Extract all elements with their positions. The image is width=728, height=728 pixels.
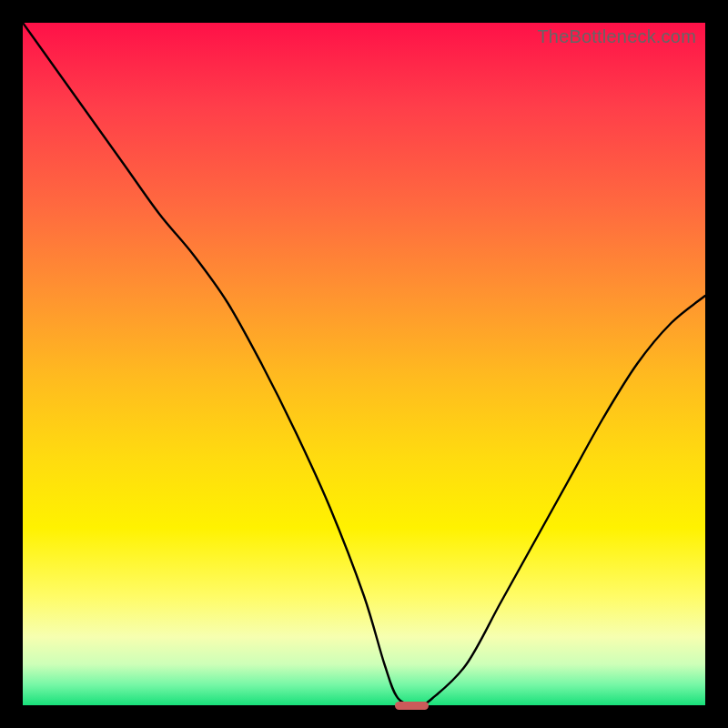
min-marker-pill	[395, 702, 430, 710]
plot-area: TheBottleneck.com	[23, 23, 705, 705]
bottleneck-curve	[23, 23, 705, 705]
chart-frame: TheBottleneck.com	[0, 0, 728, 728]
watermark-text: TheBottleneck.com	[537, 26, 696, 47]
curve-path	[23, 23, 705, 705]
